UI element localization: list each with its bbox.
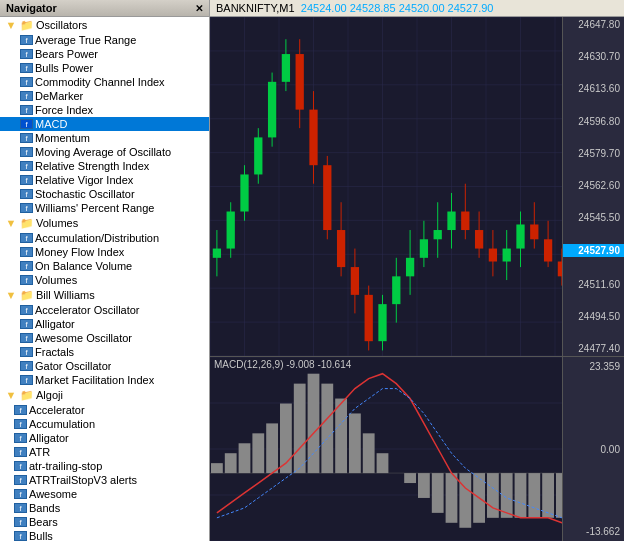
item-label: Momentum — [35, 132, 90, 144]
indicator-icon: f — [14, 531, 27, 541]
main-chart[interactable]: 24647.80 24630.70 24613.60 24596.80 2457… — [210, 17, 624, 357]
expand-icon: ▼ — [4, 388, 18, 402]
charts-wrapper: 24647.80 24630.70 24613.60 24596.80 2457… — [210, 17, 624, 541]
list-item[interactable]: f atr-trailing-stop — [0, 459, 209, 473]
list-item[interactable]: f On Balance Volume — [0, 259, 209, 273]
item-label: Alligator — [29, 432, 69, 444]
indicator-icon: f — [20, 233, 33, 243]
indicator-icon: f — [20, 361, 33, 371]
relative-vigor-label: Relative Vigor Index — [35, 174, 133, 186]
macd-level-high: 23.359 — [563, 361, 624, 372]
macd-price-axis: 23.359 0.00 -13.662 — [562, 357, 624, 541]
list-item[interactable]: f Stochastic Oscillator — [0, 187, 209, 201]
list-item[interactable]: f Bulls Power — [0, 61, 209, 75]
indicator-icon: f — [20, 347, 33, 357]
algoji-label: Algoji — [36, 389, 63, 401]
indicator-icon: f — [20, 63, 33, 73]
list-item[interactable]: f Bears Power — [0, 47, 209, 61]
list-item[interactable]: f ATRTrailStopV3 alerts — [0, 473, 209, 487]
navigator-header: Navigator ✕ — [0, 0, 209, 17]
list-item[interactable]: f Bands — [0, 501, 209, 515]
macd-label: MACD(12,26,9) -9.008 -10.614 — [214, 359, 351, 370]
list-item[interactable]: f Accumulation/Distribution — [0, 231, 209, 245]
force-index-item[interactable]: f Force Index — [0, 103, 209, 117]
list-item[interactable]: f Accelerator Oscillator — [0, 303, 209, 317]
macd-label: MACD — [35, 118, 67, 130]
bulls-label: Bulls — [29, 530, 53, 541]
chart-prices: 24524.00 24528.85 24520.00 24527.90 — [301, 2, 494, 14]
list-item[interactable]: f Accumulation — [0, 417, 209, 431]
macd-header: MACD(12,26,9) -9.008 -10.614 — [214, 359, 351, 370]
list-item[interactable]: f Commodity Channel Index — [0, 75, 209, 89]
item-label: atr-trailing-stop — [29, 460, 102, 472]
bulls-item[interactable]: f Bulls — [0, 529, 209, 541]
list-item[interactable]: f Williams' Percent Range — [0, 201, 209, 215]
indicator-icon: f — [20, 133, 33, 143]
list-item[interactable]: f Alligator — [0, 431, 209, 445]
item-label: Fractals — [35, 346, 74, 358]
item-label: Bulls Power — [35, 62, 93, 74]
navigator-title: Navigator — [6, 2, 57, 14]
close-icon[interactable]: ✕ — [195, 3, 203, 14]
nav-tree[interactable]: ▼ 📁 Oscillators f Average True Range f B… — [0, 17, 209, 541]
indicator-icon: f — [20, 77, 33, 87]
macd-item[interactable]: f MACD — [0, 117, 209, 131]
item-label: Accelerator Oscillator — [35, 304, 140, 316]
algoji-folder[interactable]: ▼ 📁 Algoji — [0, 387, 209, 403]
list-item[interactable]: f Momentum — [0, 131, 209, 145]
indicator-icon: f — [20, 35, 33, 45]
relative-strength-label: Relative Strength Index — [35, 160, 149, 172]
relative-strength-item[interactable]: f Relative Strength Index — [0, 159, 209, 173]
list-item[interactable]: f Money Flow Index — [0, 245, 209, 259]
item-label: Bands — [29, 502, 60, 514]
list-item[interactable]: f ATR — [0, 445, 209, 459]
price-level: 24630.70 — [563, 51, 624, 62]
list-item[interactable]: f DeMarker — [0, 89, 209, 103]
list-item[interactable]: f Accelerator — [0, 403, 209, 417]
item-label: Accumulation/Distribution — [35, 232, 159, 244]
bill-williams-folder[interactable]: ▼ 📁 Bill Williams — [0, 287, 209, 303]
list-item[interactable]: f Gator Oscillator — [0, 359, 209, 373]
list-item[interactable]: f Average True Range — [0, 33, 209, 47]
macd-level-low: -13.662 — [563, 526, 624, 537]
macd-chart[interactable]: MACD(12,26,9) -9.008 -10.614 23.359 0.00… — [210, 357, 624, 541]
price-level: 24477.40 — [563, 343, 624, 354]
folder-icon: 📁 — [20, 216, 34, 230]
list-item[interactable]: f Fractals — [0, 345, 209, 359]
price-level: 24494.50 — [563, 311, 624, 322]
item-label: Accelerator — [29, 404, 85, 416]
price-level: 24613.60 — [563, 83, 624, 94]
navigator-panel: Navigator ✕ ▼ 📁 Oscillators f Average Tr… — [0, 0, 210, 541]
list-item[interactable]: f Awesome Oscillator — [0, 331, 209, 345]
item-label: Awesome — [29, 488, 77, 500]
list-item[interactable]: f Market Facilitation Index — [0, 373, 209, 387]
force-index-label: Force Index — [35, 104, 93, 116]
price-axis: 24647.80 24630.70 24613.60 24596.80 2457… — [562, 17, 624, 356]
indicator-icon: f — [20, 203, 33, 213]
item-label: DeMarker — [35, 90, 83, 102]
bears-item[interactable]: f Bears — [0, 515, 209, 529]
expand-icon: ▼ — [4, 288, 18, 302]
indicator-icon: f — [20, 275, 33, 285]
indicator-icon: f — [20, 49, 33, 59]
volumes-folder[interactable]: ▼ 📁 Volumes — [0, 215, 209, 231]
indicator-icon: f — [20, 247, 33, 257]
list-item[interactable]: f Volumes — [0, 273, 209, 287]
price-level: 24579.70 — [563, 148, 624, 159]
relative-vigor-item[interactable]: f Relative Vigor Index — [0, 173, 209, 187]
item-label: On Balance Volume — [35, 260, 132, 272]
chart-header: BANKNIFTY,M1 24524.00 24528.85 24520.00 … — [210, 0, 624, 17]
item-label: Commodity Channel Index — [35, 76, 165, 88]
indicator-icon: f — [20, 105, 33, 115]
list-item[interactable]: f Moving Average of Oscillato — [0, 145, 209, 159]
list-item[interactable]: f Awesome — [0, 487, 209, 501]
indicator-icon: f — [14, 517, 27, 527]
item-label: Volumes — [35, 274, 77, 286]
chart-symbol: BANKNIFTY,M1 24524.00 24528.85 24520.00 … — [216, 2, 493, 14]
item-label: Accumulation — [29, 418, 95, 430]
oscillators-folder[interactable]: ▼ 📁 Oscillators — [0, 17, 209, 33]
price-level: 24545.50 — [563, 212, 624, 223]
list-item[interactable]: f Alligator — [0, 317, 209, 331]
price-level: 24511.60 — [563, 279, 624, 290]
folder-icon: 📁 — [20, 288, 34, 302]
